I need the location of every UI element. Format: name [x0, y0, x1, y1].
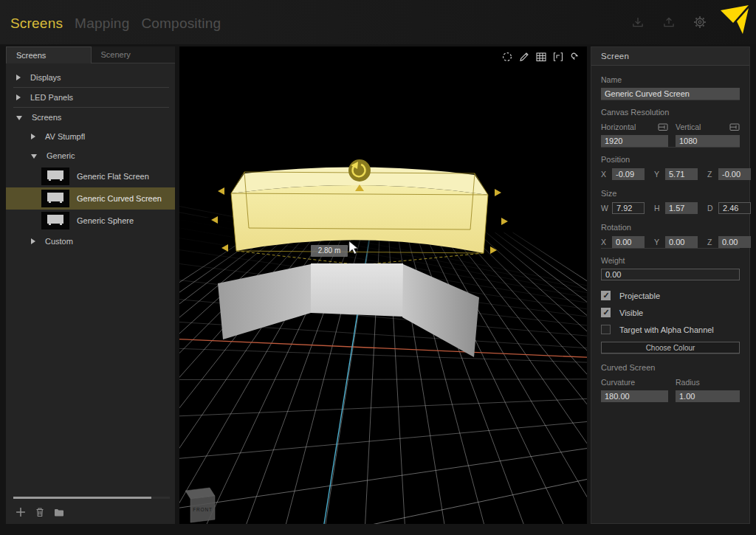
- application-window: Screens Mapping Compositing Scree: [0, 0, 756, 535]
- export-icon[interactable]: [662, 15, 676, 30]
- curvature-label: Curvature: [601, 378, 635, 387]
- horizontal-resolution-input[interactable]: [601, 135, 668, 147]
- position-z-input[interactable]: [718, 168, 751, 180]
- rotation-group: Rotation X Y Z: [601, 223, 740, 248]
- radius-input[interactable]: [676, 390, 740, 402]
- scene-canvas[interactable]: FRONT: [179, 46, 587, 524]
- snap-magnet-icon[interactable]: [569, 51, 581, 63]
- position-y-label: Y: [654, 170, 661, 179]
- sidebar-tabs: Screens Scenery: [6, 46, 175, 63]
- sidebar-footer: [16, 507, 64, 517]
- inspector-header: Screen: [591, 47, 749, 66]
- rotation-z-input[interactable]: [718, 236, 751, 248]
- name-input[interactable]: [601, 88, 740, 100]
- x-axis-line: [179, 339, 587, 358]
- tree-item-screens[interactable]: Screens: [6, 108, 175, 127]
- rotation-gizmo-handle[interactable]: [348, 159, 371, 182]
- nav-compositing[interactable]: Compositing: [141, 15, 221, 32]
- visible-checkbox[interactable]: [601, 308, 611, 317]
- canvas-resolution-group: Canvas Resolution Horizontal Ve: [601, 108, 740, 147]
- rotation-x-label: X: [601, 238, 608, 246]
- weight-input[interactable]: [601, 269, 740, 280]
- position-x-input[interactable]: [612, 168, 645, 180]
- curved-screen-icon: [47, 193, 63, 201]
- main-nav: Screens Mapping Compositing: [10, 15, 221, 32]
- position-y-input[interactable]: [665, 168, 698, 180]
- tree-item-label: AV Stumpfl: [45, 132, 85, 141]
- expand-arrow-icon[interactable]: [31, 154, 37, 159]
- delete-trash-icon[interactable]: [35, 507, 45, 517]
- expand-arrow-icon[interactable]: [16, 94, 21, 100]
- tab-scenery[interactable]: Scenery: [92, 46, 176, 63]
- size-d-label: D: [707, 204, 714, 213]
- settings-gear-icon[interactable]: [693, 15, 707, 30]
- target-alpha-label: Target with Alpha Channel: [619, 325, 714, 334]
- folder-icon[interactable]: [54, 507, 64, 517]
- weight-group: Weight: [601, 256, 740, 280]
- nav-mapping[interactable]: Mapping: [75, 15, 129, 32]
- selected-yellow-screen[interactable]: [211, 159, 508, 254]
- target-alpha-row: Target with Alpha Channel: [601, 325, 740, 334]
- edit-pencil-icon[interactable]: [518, 51, 530, 63]
- position-label: Position: [601, 155, 740, 164]
- import-icon[interactable]: [630, 15, 645, 30]
- radius-label: Radius: [676, 378, 700, 387]
- choose-colour-button[interactable]: Choose Colour: [601, 342, 740, 353]
- display-resolution-icon[interactable]: [658, 123, 668, 131]
- size-w-label: W: [601, 204, 608, 213]
- expand-arrow-icon[interactable]: [31, 134, 35, 139]
- viewport-3d[interactable]: FRONT 2.80 m: [179, 46, 587, 524]
- nav-cube[interactable]: FRONT: [185, 488, 215, 522]
- top-bar: Screens Mapping Compositing: [0, 0, 756, 44]
- flat-screen-icon: [47, 170, 63, 179]
- curved-screen-group: Curved Screen Curvature Radius: [601, 363, 740, 402]
- tree-item-custom[interactable]: Custom: [6, 232, 175, 251]
- rotation-x-input[interactable]: [612, 236, 645, 248]
- size-h-label: H: [654, 204, 661, 213]
- projectable-label: Projectable: [619, 291, 660, 300]
- tab-screens[interactable]: Screens: [6, 46, 92, 63]
- expand-arrow-icon[interactable]: [16, 116, 22, 120]
- size-h-input[interactable]: [665, 202, 698, 214]
- tree-item-label: Screens: [32, 113, 61, 122]
- divider: [601, 100, 740, 100]
- target-alpha-checkbox[interactable]: [601, 325, 611, 334]
- position-z-label: Z: [707, 170, 714, 179]
- name-group: Name: [601, 75, 740, 100]
- bounds-brackets-icon[interactable]: [552, 51, 564, 63]
- curved-screen-label: Curved Screen: [601, 363, 740, 372]
- add-icon[interactable]: [16, 507, 26, 517]
- position-group: Position X Y Z: [601, 155, 740, 180]
- measurement-label: 2.80 m: [311, 245, 348, 257]
- vertical-resolution-input[interactable]: [676, 135, 740, 147]
- rotation-label: Rotation: [601, 223, 740, 232]
- tree-item-av-stumpfl[interactable]: AV Stumpfl: [6, 127, 175, 146]
- scrollbar-thumb[interactable]: [13, 497, 151, 499]
- tree-item-generic[interactable]: Generic: [6, 146, 175, 165]
- tree-item-label: Generic: [47, 151, 75, 160]
- divider: [601, 248, 740, 249]
- tree-item-led-panels[interactable]: LED Panels: [6, 88, 175, 107]
- screen-thumbnail: [41, 190, 69, 207]
- horizontal-scrollbar[interactable]: [13, 497, 170, 499]
- selection-circle-icon[interactable]: [501, 51, 513, 63]
- screen-item-sphere[interactable]: Generic Sphere: [6, 210, 175, 232]
- tree-item-label: LED Panels: [30, 93, 73, 102]
- projectable-checkbox[interactable]: [601, 291, 611, 300]
- screen-item-curved[interactable]: Generic Curved Screen: [6, 187, 175, 210]
- size-w-input[interactable]: [612, 202, 645, 214]
- rotation-y-label: Y: [654, 238, 661, 246]
- nav-screens[interactable]: Screens: [10, 15, 63, 32]
- display-resolution-icon[interactable]: [729, 123, 740, 131]
- position-x-label: X: [601, 170, 608, 179]
- size-d-input[interactable]: [718, 202, 751, 214]
- rotation-y-input[interactable]: [665, 236, 698, 248]
- curvature-input[interactable]: [601, 390, 668, 402]
- sphere-screen-icon: [47, 215, 63, 224]
- expand-arrow-icon[interactable]: [31, 238, 35, 244]
- screen-item-label: Generic Curved Screen: [77, 194, 162, 203]
- tree-item-displays[interactable]: Displays: [6, 68, 175, 87]
- screen-item-flat[interactable]: Generic Flat Screen: [6, 165, 175, 187]
- expand-arrow-icon[interactable]: [16, 75, 21, 80]
- grid-icon[interactable]: [535, 51, 547, 63]
